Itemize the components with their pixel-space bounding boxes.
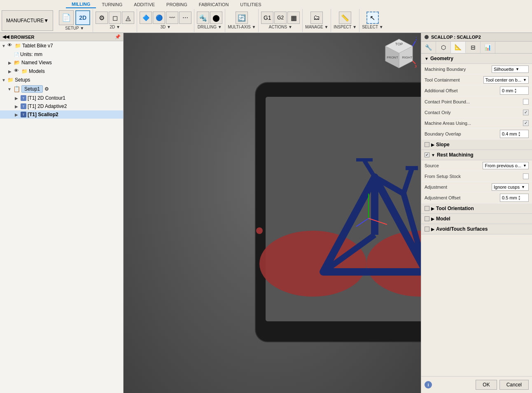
tab-geometry[interactable]: 📐 xyxy=(451,42,466,53)
source-label: Source xyxy=(425,163,483,168)
info-icon[interactable]: i xyxy=(425,381,432,388)
panel-tabs: 🔧 ⬡ 📐 ⊟ 📊 xyxy=(421,42,532,54)
viewport: TOP FRONT RIGHT Z X xyxy=(124,33,421,393)
tool-orientation-checkbox[interactable] xyxy=(425,206,429,211)
select-icon[interactable]: ↖ xyxy=(366,12,379,24)
multiaxis-icon[interactable]: 🔄 xyxy=(236,12,248,24)
bore-icon[interactable]: ⬤ xyxy=(210,12,222,24)
tab-utilities[interactable]: UTILITIES xyxy=(234,1,267,8)
boundary-overlap-field[interactable]: 0.4 mm ▲ ▼ xyxy=(500,130,529,138)
source-dropdown[interactable]: From previous o... ▼ xyxy=(483,162,529,169)
offset-spin-up[interactable]: ▲ xyxy=(514,88,517,91)
slope-section: ▶ Slope xyxy=(421,140,532,150)
rest-machining-checkbox[interactable]: ✓ xyxy=(425,152,429,157)
tree-item-scallop2[interactable]: ▶ T [T1] Scallop2 xyxy=(0,110,123,119)
ok-button[interactable]: OK xyxy=(476,380,497,390)
top-bar: MILLING TURNING ADDITIVE PROBING FABRICA… xyxy=(0,0,532,33)
adjustment-offset-field[interactable]: 0.5 mm ▲ ▼ xyxy=(500,194,529,202)
tab-fabrication[interactable]: FABRICATION xyxy=(193,1,235,8)
tree-item-adaptive2[interactable]: ▶ T [T1] 2D Adaptive2 xyxy=(0,102,123,110)
units-icon: 📄 xyxy=(14,52,19,57)
collapse-sidebar-btn[interactable]: ◀◀ xyxy=(2,34,9,40)
tab-tool[interactable]: 🔧 xyxy=(421,42,436,53)
models-visibility-icon[interactable]: 👁 xyxy=(14,68,21,75)
visibility-icon[interactable]: 👁 xyxy=(7,42,14,49)
actions-icon3[interactable]: ▦ xyxy=(287,12,300,24)
tab-holders[interactable]: ⬡ xyxy=(436,42,451,53)
tool-orientation-header[interactable]: ▶ Tool Orientation xyxy=(421,204,532,214)
tree-item-units: 📄 Units: mm xyxy=(0,50,123,58)
svg-point-26 xyxy=(256,227,263,234)
contour-icon[interactable]: ◬ xyxy=(122,12,134,24)
model-arrow-icon: ▶ xyxy=(431,217,434,221)
from-setup-stock-checkbox[interactable] xyxy=(523,173,529,179)
toolbar-manage-group: 🗂 MANAGE ▼ xyxy=(303,9,331,32)
models-icon: 📁 xyxy=(21,68,28,74)
rest-machining-section: ✓ ▼ Rest Machining Source From previous … xyxy=(421,150,532,204)
model-section-header[interactable]: ▶ Model xyxy=(421,214,532,224)
tool-orientation-arrow-icon: ▶ xyxy=(431,206,434,211)
tab-turning[interactable]: TURNING xyxy=(96,1,128,8)
model-checkbox[interactable] xyxy=(425,216,429,221)
tree-item-contour1[interactable]: ▶ T [T1] 2D Contour1 xyxy=(0,94,123,102)
contact-only-checkbox[interactable]: ✓ xyxy=(523,110,529,115)
panel-title-dot xyxy=(425,35,429,39)
3d-contour-icon[interactable]: 〰 xyxy=(166,12,178,24)
adaptive-icon[interactable]: ⚙ xyxy=(96,12,108,24)
setup1-settings-icon[interactable]: ⚙ xyxy=(44,86,49,92)
tree-item-setups[interactable]: ▼ 📁 Setups xyxy=(0,76,123,84)
avoid-touch-header[interactable]: ▶ Avoid/Touch Surfaces xyxy=(421,224,532,234)
pocket-icon[interactable]: ◻ xyxy=(109,12,121,24)
adjustment-dropdown[interactable]: Ignore cusps ▼ xyxy=(492,183,529,191)
manage-icon[interactable]: 🗂 xyxy=(310,12,323,24)
avoid-touch-arrow-icon: ▶ xyxy=(431,227,434,232)
actions-icon1[interactable]: G1 xyxy=(261,12,273,24)
machine-areas-checkbox[interactable]: ✓ xyxy=(523,120,529,126)
adj-offset-spin-down[interactable]: ▼ xyxy=(518,198,521,201)
3d-pocket-icon[interactable]: 🔵 xyxy=(153,12,165,24)
machining-boundary-dropdown[interactable]: Silhouette ▼ xyxy=(492,66,529,73)
setup-icon[interactable]: 📄 xyxy=(59,10,74,25)
overlap-spin-down[interactable]: ▼ xyxy=(518,134,521,137)
adj-offset-spin-up[interactable]: ▲ xyxy=(518,195,521,198)
setup1-label: Setup1 xyxy=(21,85,43,93)
3d-adaptive-icon[interactable]: 🔷 xyxy=(140,12,152,24)
svg-point-12 xyxy=(259,231,366,297)
panel-bottom-buttons: i OK Cancel xyxy=(421,376,532,393)
tree-item-models[interactable]: ▶ 👁 📁 Models xyxy=(0,67,123,76)
slope-section-header[interactable]: ▶ Slope xyxy=(421,140,532,150)
contact-point-checkbox[interactable] xyxy=(523,99,529,105)
panel-title-bar: SCALLOP : SCALLOP2 xyxy=(421,33,532,42)
tree-item-setup1[interactable]: ▼ 📋 Setup1 ⚙ xyxy=(0,84,123,94)
tree-item-named-views[interactable]: ▶ 📂 Named Views xyxy=(0,58,123,67)
geometry-section-header[interactable]: ▼ Geometry xyxy=(421,54,532,64)
tab-milling[interactable]: MILLING xyxy=(66,1,96,8)
op3-icon: T xyxy=(21,112,26,117)
tab-additive[interactable]: ADDITIVE xyxy=(128,1,161,8)
tab-passes[interactable]: 📊 xyxy=(481,42,495,53)
cancel-button[interactable]: Cancel xyxy=(499,380,529,390)
offset-spin-down[interactable]: ▼ xyxy=(514,91,517,94)
tool-containment-dropdown[interactable]: Tool center on b... ▼ xyxy=(483,76,529,84)
additional-offset-field[interactable]: 0 mm ▲ ▼ xyxy=(500,87,529,95)
model-section: ▶ Model xyxy=(421,214,532,224)
adjustment-label: Adjustment xyxy=(425,185,492,189)
drilling-icon[interactable]: 🔩 xyxy=(197,12,209,24)
actions-icon2[interactable]: G2 xyxy=(274,12,287,24)
slope-checkbox[interactable] xyxy=(425,142,429,147)
3d-more-icon[interactable]: ⋯ xyxy=(179,12,191,24)
inspect-icon[interactable]: 📏 xyxy=(339,12,351,24)
2d-icon[interactable]: 2D xyxy=(75,10,90,25)
tab-probing[interactable]: PROBING xyxy=(161,1,193,8)
svg-text:X: X xyxy=(415,64,417,69)
tab-heights[interactable]: ⊟ xyxy=(466,42,481,53)
manufacture-button[interactable]: MANUFACTURE ▼ xyxy=(2,10,53,31)
tool-orientation-section: ▶ Tool Orientation xyxy=(421,204,532,214)
avoid-touch-checkbox[interactable] xyxy=(425,227,429,232)
overlap-spin-up[interactable]: ▲ xyxy=(518,131,521,134)
tree-item-root[interactable]: ▼ 👁 📁 Tablet Bike v7 xyxy=(0,41,123,50)
nav-cube[interactable]: TOP FRONT RIGHT Z X xyxy=(382,37,417,72)
browser-pin-btn[interactable]: 📌 xyxy=(115,34,121,40)
rest-machining-header[interactable]: ✓ ▼ Rest Machining xyxy=(421,150,532,160)
svg-text:TOP: TOP xyxy=(395,42,403,46)
